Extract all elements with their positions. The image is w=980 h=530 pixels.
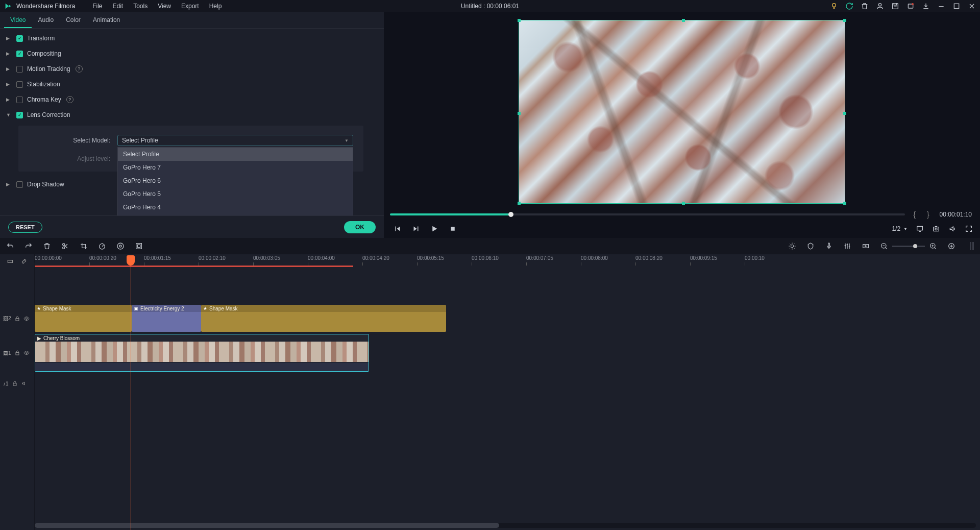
checkbox-chroma-key[interactable] (16, 97, 23, 103)
marker-icon[interactable] (806, 242, 815, 250)
resize-handle[interactable] (843, 19, 846, 22)
zoom-fit-icon[interactable] (947, 242, 955, 250)
color-icon[interactable] (116, 242, 125, 250)
video-frame[interactable] (519, 20, 845, 204)
resize-handle[interactable] (843, 202, 846, 205)
lock-icon[interactable] (14, 316, 20, 322)
menu-help[interactable]: Help (204, 1, 227, 12)
play-button[interactable] (430, 224, 439, 233)
section-motion-tracking[interactable]: ▶ Motion Tracking ? (6, 61, 376, 77)
prev-frame-button[interactable] (393, 224, 402, 233)
clip-electricity-energy[interactable]: ▣Electricity Energy 2 (132, 305, 201, 332)
timeline-main[interactable]: 00:00:00:00 00:00:00:20 00:00:01:15 00:0… (35, 254, 980, 530)
menu-tools[interactable]: Tools (128, 1, 153, 12)
link-icon[interactable] (20, 258, 28, 265)
voiceover-icon[interactable] (825, 242, 833, 250)
checkbox-drop-shadow[interactable] (16, 181, 23, 188)
section-stabilization[interactable]: ▶ Stabilization (6, 77, 376, 92)
reset-button[interactable]: RESET (8, 222, 42, 233)
section-transform[interactable]: ▶ ✓ Transform (6, 31, 376, 46)
checkbox-transform[interactable]: ✓ (16, 35, 23, 42)
resize-handle[interactable] (682, 19, 685, 22)
tab-audio[interactable]: Audio (32, 12, 60, 28)
resize-handle[interactable] (518, 19, 521, 22)
help-icon[interactable]: ? (66, 96, 74, 103)
dropdown-option[interactable]: GoPro Hero 5 (118, 187, 353, 201)
clip-shape-mask[interactable]: ★Shape Mask (35, 305, 132, 332)
speed-icon[interactable] (98, 242, 106, 250)
tab-color[interactable]: Color (60, 12, 87, 28)
user-icon[interactable] (876, 2, 884, 10)
section-compositing[interactable]: ▶ ✓ Compositing (6, 46, 376, 61)
lock-icon[interactable] (14, 350, 20, 356)
stop-button[interactable] (448, 224, 457, 233)
timeline-hscroll[interactable] (35, 523, 976, 528)
zoom-out-icon[interactable] (880, 242, 888, 250)
menu-export[interactable]: Export (176, 1, 204, 12)
dropdown-option[interactable]: Select Profile (118, 148, 353, 161)
zoom-in-icon[interactable] (929, 242, 937, 250)
eye-icon[interactable] (23, 350, 30, 356)
section-lens-correction[interactable]: ▼ ✓ Lens Correction (6, 107, 376, 123)
lightbulb-icon[interactable] (830, 2, 838, 10)
section-chroma-key[interactable]: ▶ Chroma Key ? (6, 92, 376, 107)
tab-animation[interactable]: Animation (87, 12, 126, 28)
menu-file[interactable]: File (87, 1, 107, 12)
fx-track[interactable]: ★Shape Mask ▣Electricity Energy 2 ★Shape… (35, 304, 980, 332)
mark-in-icon[interactable]: { (910, 210, 919, 219)
mute-icon[interactable] (21, 380, 27, 387)
overwrite-icon[interactable] (7, 258, 14, 265)
clip-shape-mask-2[interactable]: ★Shape Mask (201, 305, 446, 332)
menu-view[interactable]: View (153, 1, 176, 12)
notification-icon[interactable] (906, 2, 915, 10)
minimize-icon[interactable] (937, 2, 945, 10)
redo-icon[interactable] (24, 242, 33, 250)
dropdown-option[interactable]: GoPro Hero 7 (118, 161, 353, 174)
resize-handle[interactable] (518, 202, 521, 205)
refresh-icon[interactable] (845, 2, 853, 10)
preview-progress-thumb[interactable] (508, 212, 513, 217)
play-step-button[interactable] (411, 224, 421, 233)
resize-handle[interactable] (682, 202, 685, 205)
dropdown-option[interactable]: GoPro Hero 3 (118, 214, 353, 215)
hscroll-thumb[interactable] (35, 523, 499, 528)
checkbox-stabilization[interactable] (16, 81, 23, 88)
volume-icon[interactable] (948, 225, 957, 233)
panel-toggle-icon[interactable] (970, 242, 974, 250)
menu-edit[interactable]: Edit (108, 1, 129, 12)
snapshot-icon[interactable] (932, 225, 940, 233)
timeline-ruler[interactable]: 00:00:00:00 00:00:00:20 00:00:01:15 00:0… (35, 254, 980, 269)
zoom-slider[interactable] (892, 246, 925, 247)
clip-cherry-blossom[interactable]: ▶Cherry Blossom (35, 334, 369, 372)
close-icon[interactable] (968, 2, 976, 10)
ok-button[interactable]: OK (344, 221, 376, 233)
lock-icon[interactable] (12, 380, 18, 387)
resize-handle[interactable] (518, 112, 521, 115)
tab-video[interactable]: Video (4, 12, 32, 28)
keyframe-icon[interactable] (862, 242, 870, 250)
checkbox-motion-tracking[interactable] (16, 66, 23, 73)
checkbox-compositing[interactable]: ✓ (16, 51, 23, 57)
audio-track[interactable] (35, 373, 980, 394)
playhead[interactable] (131, 255, 131, 530)
preview-progress-track[interactable] (390, 213, 905, 215)
preview-zoom-select[interactable]: 1/2▼ (892, 225, 908, 232)
help-icon[interactable]: ? (76, 65, 83, 73)
select-model-dropdown[interactable]: Select Profile ▼ (117, 135, 353, 146)
split-icon[interactable] (61, 242, 69, 250)
trash-icon[interactable] (43, 242, 51, 250)
undo-icon[interactable] (6, 242, 14, 250)
video-preview[interactable] (388, 14, 976, 209)
dropdown-option[interactable]: GoPro Hero 4 (118, 201, 353, 214)
zoom-thumb[interactable] (913, 244, 917, 248)
checkbox-lens-correction[interactable]: ✓ (16, 112, 23, 118)
resize-handle[interactable] (843, 112, 846, 115)
download-icon[interactable] (922, 2, 930, 10)
save-icon[interactable] (891, 2, 899, 10)
dropdown-option[interactable]: GoPro Hero 6 (118, 174, 353, 187)
maximize-icon[interactable] (952, 2, 961, 10)
video-track[interactable]: ▶Cherry Blossom (35, 332, 980, 373)
display-icon[interactable] (916, 225, 924, 233)
mark-out-icon[interactable]: } (924, 210, 933, 219)
crop-icon[interactable] (80, 242, 88, 250)
